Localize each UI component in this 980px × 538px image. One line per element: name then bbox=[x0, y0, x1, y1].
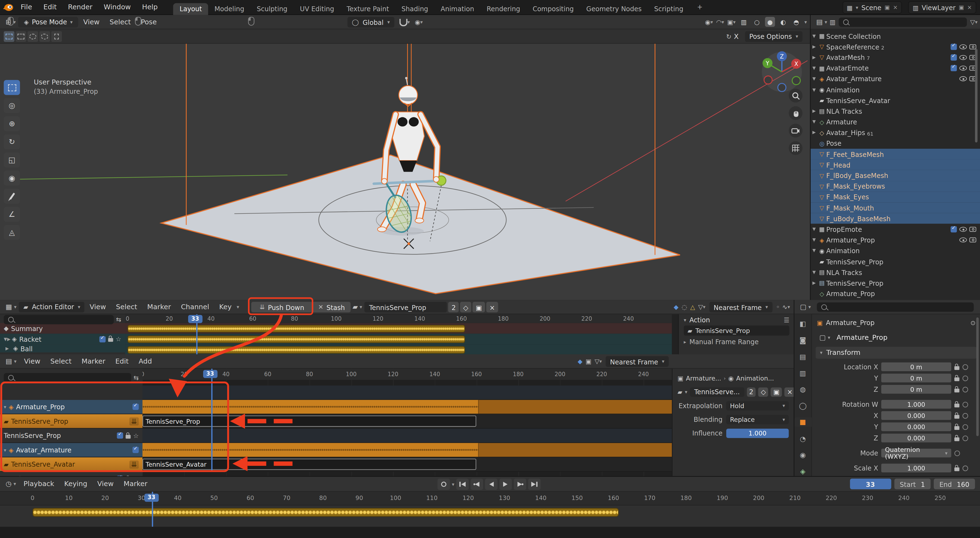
timeline-menu-item[interactable]: Marker bbox=[119, 480, 152, 488]
tab-data[interactable]: ◈ bbox=[795, 466, 810, 476]
outliner-row[interactable]: F_Head bbox=[811, 159, 980, 170]
eye-icon[interactable] bbox=[959, 227, 967, 232]
summary-keyframes[interactable] bbox=[127, 325, 465, 333]
outliner-editor-type-button[interactable]: ▤▾ bbox=[814, 18, 830, 26]
action-name-field[interactable]: TennisServe_Prop bbox=[365, 302, 447, 312]
tab-modifiers[interactable]: ◔ bbox=[795, 434, 810, 443]
outliner-row[interactable]: Armature_Prop bbox=[811, 288, 980, 299]
dope-current-frame-badge[interactable]: 33 bbox=[188, 315, 202, 323]
outliner-row[interactable]: F_Mask_Eyebrows bbox=[811, 181, 980, 192]
nla-menu-item[interactable]: Add bbox=[134, 357, 157, 365]
ball-keyframes[interactable] bbox=[127, 346, 465, 353]
camera-visibility-icon[interactable] bbox=[969, 227, 976, 232]
copy-button[interactable]: ▣ bbox=[771, 387, 782, 396]
expander-icon[interactable] bbox=[811, 65, 818, 70]
checkbox-icon[interactable] bbox=[133, 404, 139, 410]
checkbox-icon[interactable] bbox=[951, 43, 957, 50]
shading-solid-button[interactable]: ● bbox=[765, 17, 775, 27]
tab-object[interactable]: ■ bbox=[794, 417, 811, 427]
outliner-search-input[interactable] bbox=[838, 17, 967, 27]
object-browse-button[interactable]: ▢▾ bbox=[817, 333, 833, 341]
workspace-tab[interactable]: Scripting bbox=[648, 3, 689, 14]
outliner-row[interactable]: Avatar_Hips 61 bbox=[811, 127, 980, 138]
gizmos-dropdown[interactable]: ◠▾ bbox=[716, 18, 724, 25]
influence-slider[interactable]: 1.000 bbox=[726, 428, 789, 438]
nla-strip-area[interactable]: 020406080100120140160180200220240 Tennis… bbox=[142, 369, 672, 476]
overlays-dropdown[interactable]: ▣▾ bbox=[727, 18, 735, 25]
measure-tool[interactable]: ∠ bbox=[4, 207, 20, 222]
outliner-display-mode-icon[interactable]: ▥ bbox=[830, 18, 835, 25]
value-field[interactable]: 1.000 bbox=[881, 464, 951, 473]
expander-icon[interactable] bbox=[811, 248, 818, 253]
dope-menu-item[interactable]: Channel bbox=[176, 302, 214, 311]
cursor-tool[interactable]: ◎ bbox=[4, 98, 20, 113]
expander-icon[interactable] bbox=[811, 55, 818, 60]
outliner-row[interactable]: TennisServe_Prop bbox=[811, 278, 980, 288]
jump-to-start-button[interactable] bbox=[457, 479, 469, 490]
tab-tool[interactable]: ◧ bbox=[795, 319, 810, 329]
dope-menu-item[interactable]: View bbox=[85, 302, 111, 311]
camera-visibility-icon[interactable] bbox=[969, 44, 976, 49]
action-panel-label[interactable]: Action bbox=[689, 316, 710, 324]
mirror-icon[interactable]: ↻ bbox=[726, 33, 732, 40]
properties-search-input[interactable] bbox=[817, 302, 974, 311]
action-users-button[interactable]: 2 bbox=[747, 387, 756, 396]
checkbox-icon[interactable] bbox=[951, 54, 957, 61]
timeline-menu-item[interactable]: Keying bbox=[59, 480, 92, 488]
racket-keyframes[interactable] bbox=[127, 336, 465, 343]
timeline-menu-item[interactable]: Playback bbox=[19, 480, 59, 488]
easing-icon[interactable]: ∿ bbox=[782, 304, 788, 310]
value-field[interactable]: 0.000 bbox=[881, 411, 951, 420]
move-tool[interactable]: ⊕ bbox=[4, 116, 20, 131]
star-icon[interactable]: ☆ bbox=[116, 336, 121, 342]
select-mode-lasso-button[interactable] bbox=[40, 31, 50, 41]
rotate-tool[interactable]: ↻ bbox=[4, 134, 20, 149]
nla-filter-icon[interactable]: ◆ bbox=[578, 358, 582, 365]
nla-action-name-field[interactable]: TennisServe... bbox=[690, 387, 744, 396]
workspace-tab[interactable]: Rendering bbox=[480, 3, 527, 14]
animate-dot-icon[interactable] bbox=[954, 450, 960, 456]
timeline-keyframe-area[interactable] bbox=[0, 505, 980, 527]
outliner-row[interactable]: F_Mask_Eyes bbox=[811, 192, 980, 202]
outliner-row[interactable]: Pose bbox=[811, 138, 980, 149]
workspace-tab[interactable]: Sculpting bbox=[250, 3, 294, 14]
shading-rendered-button[interactable]: ◓ bbox=[791, 17, 802, 27]
panel-menu-icon[interactable]: ☰ bbox=[784, 317, 789, 323]
lock-icon[interactable] bbox=[954, 415, 959, 419]
expander-icon[interactable] bbox=[811, 33, 818, 38]
lock-icon[interactable] bbox=[126, 435, 130, 438]
expander-icon[interactable] bbox=[811, 108, 818, 113]
channel-checkbox-icon[interactable] bbox=[99, 336, 105, 342]
animate-dot-icon[interactable] bbox=[963, 465, 968, 471]
channel-summary[interactable]: ◆ Summary bbox=[0, 323, 125, 334]
tab-viewlayer[interactable]: ▥ bbox=[795, 369, 810, 378]
checkbox-icon[interactable] bbox=[117, 433, 123, 439]
timeline-keyframes[interactable] bbox=[33, 508, 619, 517]
dope-channel-search[interactable] bbox=[4, 315, 113, 324]
new-action-button[interactable]: ▣ bbox=[473, 302, 485, 312]
topbar-menu-item[interactable]: Help bbox=[137, 0, 163, 15]
add-workspace-button[interactable]: + bbox=[691, 2, 709, 13]
expander-icon[interactable] bbox=[811, 87, 818, 92]
checkbox-icon[interactable] bbox=[951, 65, 957, 72]
eye-icon[interactable] bbox=[959, 65, 967, 70]
ghost-icon[interactable]: ◌ bbox=[682, 304, 687, 310]
eye-icon[interactable] bbox=[959, 55, 967, 60]
checkbox-icon[interactable] bbox=[133, 447, 139, 453]
push-down-button[interactable]: ⇊Push Down bbox=[251, 302, 313, 312]
filter-funnel-icon[interactable]: ▽ bbox=[698, 304, 703, 310]
animate-dot-icon[interactable] bbox=[963, 435, 968, 441]
viewport-menu-item[interactable]: View bbox=[78, 18, 105, 26]
scene-browse-icon[interactable]: ▦ bbox=[847, 4, 853, 11]
channel-ball[interactable]: ▶ ◈ Ball bbox=[0, 344, 125, 352]
animate-dot-icon[interactable] bbox=[963, 387, 968, 392]
select-mode-box-button[interactable] bbox=[16, 31, 26, 41]
lock-icon[interactable] bbox=[954, 388, 959, 392]
workspace-tab[interactable]: Geometry Nodes bbox=[580, 3, 648, 14]
tab-world[interactable]: ◯ bbox=[795, 401, 810, 411]
outliner-row[interactable]: Scene Collection bbox=[811, 30, 980, 41]
tab-physics[interactable]: ◉ bbox=[795, 450, 810, 460]
nla-channel-armature-prop[interactable]: ▾◈ Armature_Prop bbox=[0, 400, 142, 414]
expander-icon[interactable] bbox=[811, 44, 818, 49]
zoom-button[interactable] bbox=[789, 89, 803, 102]
